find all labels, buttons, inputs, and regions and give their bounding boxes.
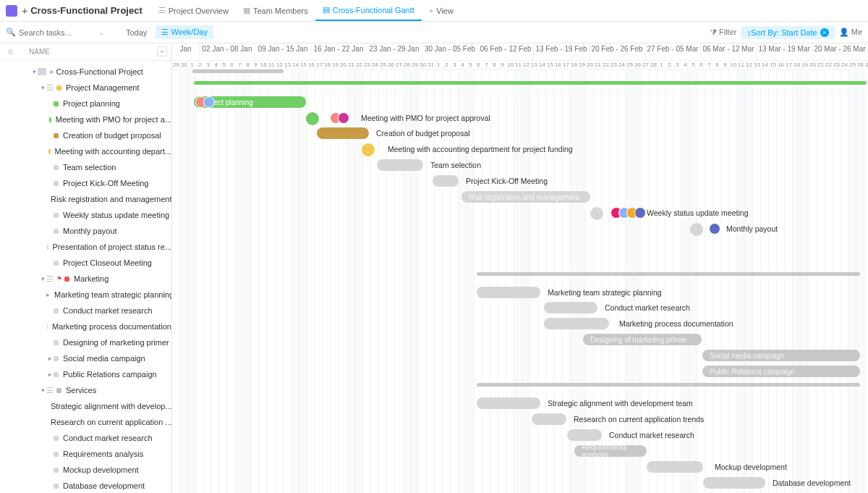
row-label: Social media campaign [63, 354, 145, 363]
scrollbar-thumb[interactable] [192, 69, 284, 73]
task-row[interactable]: Project planning [0, 96, 171, 111]
avatar-group[interactable] [330, 112, 349, 124]
avatar[interactable] [338, 112, 349, 124]
caret-icon[interactable]: ▸ [46, 291, 50, 298]
gantt-bar[interactable]: Designing of marketing primer [583, 334, 702, 345]
add-column-icon[interactable]: + [157, 46, 167, 56]
task-row[interactable]: Strategic alignment with develop... [0, 398, 171, 414]
gantt-bar[interactable] [306, 112, 319, 125]
task-row[interactable]: Meeting with accounting depart... [0, 143, 171, 159]
plus-icon[interactable]: + [49, 67, 54, 76]
avatar-group[interactable] [709, 223, 720, 235]
gantt-bar[interactable] [477, 287, 540, 298]
folder-row[interactable]: ▾+Cross-Functional Project [0, 64, 171, 80]
gantt-bar[interactable] [590, 207, 603, 220]
filter-button[interactable]: ⧩ Filter [710, 28, 737, 37]
day-header: 15 [546, 61, 554, 69]
task-row[interactable]: Research on current application ... [0, 414, 171, 430]
task-row[interactable]: Conduct market research [0, 303, 171, 319]
task-row[interactable]: Creation of budget proposal [0, 127, 171, 143]
task-row[interactable]: Monthly payout [0, 223, 171, 239]
search-wrap[interactable]: 🔍 ⌄ [6, 28, 107, 37]
caret-icon[interactable]: ▸ [46, 355, 54, 362]
bar-label: Monthly payout [726, 224, 778, 233]
task-row[interactable]: ▸Marketing team strategic planning [0, 287, 171, 303]
tab-team[interactable]: ▦Team Members [236, 0, 315, 21]
gantt-area[interactable]: Jan02 Jan - 08 Jan09 Jan - 15 Jan16 Jan … [172, 43, 868, 493]
day-header: 17 [785, 61, 793, 69]
sidebar[interactable]: ⚙ NAME + ▾+Cross-Functional Project▾☰Pro… [0, 43, 172, 493]
me-button[interactable]: 👤 Me [839, 28, 862, 37]
task-row[interactable]: ▸Public Relations campaign [0, 366, 171, 382]
summary-bar[interactable] [477, 383, 860, 387]
row-label: Marketing team strategic planning [54, 290, 171, 299]
search-input[interactable] [19, 28, 77, 37]
task-row[interactable]: Project Closeout Meeting [0, 255, 171, 271]
gantt-bar[interactable] [317, 127, 369, 139]
chevron-down-icon[interactable]: ⌄ [98, 28, 104, 36]
caret-icon[interactable]: ▾ [39, 84, 46, 91]
task-row[interactable]: Meeting with PMO for project a... [0, 111, 171, 127]
task-row[interactable]: Presentation of project status re... [0, 239, 171, 255]
row-label: Marketing process documentation [52, 322, 171, 331]
task-row[interactable]: Team selection [0, 159, 171, 175]
list-row[interactable]: ▾☰Services [0, 382, 171, 398]
tab-overview[interactable]: ☰Project Overview [151, 0, 236, 21]
project-title[interactable]: Cross-Functional Project [30, 5, 142, 16]
week-header: 20 Feb - 26 Feb [590, 43, 645, 60]
task-row[interactable]: Database development [0, 478, 171, 493]
gantt-bar[interactable] [377, 159, 423, 171]
task-row[interactable]: ▸Social media campaign [0, 350, 171, 366]
gantt-bar[interactable]: Risk registration and management [461, 191, 590, 203]
gantt-bar[interactable]: Social media campaign [702, 350, 860, 361]
summary-bar[interactable] [477, 272, 860, 276]
avatar[interactable] [634, 207, 646, 219]
day-header: 12 [745, 61, 753, 69]
task-row[interactable]: Risk registration and management [0, 191, 171, 207]
task-row[interactable]: Requirements analysis [0, 446, 171, 462]
settings-icon[interactable]: ⚙ [7, 48, 14, 56]
task-row[interactable]: Weekly status update meeting [0, 207, 171, 223]
gantt-bar[interactable] [703, 477, 765, 489]
caret-icon[interactable]: ▾ [30, 68, 38, 75]
summary-bar[interactable] [194, 81, 867, 85]
column-header-name[interactable]: ⚙ NAME + [0, 43, 171, 61]
task-row[interactable]: Project Kick-Off Meeting [0, 175, 171, 191]
gantt-bar[interactable] [544, 302, 597, 313]
sort-button[interactable]: ↕ Sort By: Start Date× [741, 26, 834, 39]
gantt-bar[interactable] [433, 175, 459, 187]
tab-add-view[interactable]: +View [422, 0, 461, 21]
tab-gantt[interactable]: ▤Cross-Functional Gantt [315, 0, 422, 21]
caret-icon[interactable]: ▸ [46, 371, 54, 378]
list-row[interactable]: ▾☰⚑Marketing [0, 271, 171, 287]
gantt-bar[interactable] [567, 429, 602, 441]
close-icon[interactable]: × [820, 28, 829, 37]
avatar-group[interactable] [610, 207, 646, 219]
gantt-bar[interactable] [362, 143, 375, 156]
week-header: 27 Feb - 05 Mar [645, 43, 701, 60]
status-icon [54, 340, 59, 345]
avatar[interactable] [203, 96, 215, 108]
gantt-bar[interactable] [544, 318, 609, 329]
day-header: 16 [554, 61, 562, 69]
today-button[interactable]: Today [122, 27, 151, 38]
plus-icon[interactable]: + [22, 5, 27, 17]
task-row[interactable]: Marketing process documentation [0, 319, 171, 334]
caret-icon[interactable]: ▾ [39, 387, 46, 394]
caret-icon[interactable]: ▾ [39, 275, 46, 282]
gantt-bar[interactable] [477, 397, 540, 409]
task-row[interactable]: Mockup development [0, 462, 171, 478]
gantt-bar[interactable] [647, 461, 703, 473]
day-header: 17 [315, 61, 323, 69]
weekday-button[interactable]: ☰ Week/Day [156, 25, 213, 39]
task-row[interactable]: Conduct market research [0, 430, 171, 446]
gantt-bar[interactable]: Requirements analysis [574, 445, 647, 457]
gantt-bar[interactable] [532, 413, 566, 425]
me-label: Me [851, 28, 862, 36]
avatar-group[interactable] [195, 96, 215, 108]
gantt-bar[interactable]: Public Relations campaign [702, 366, 860, 377]
avatar[interactable] [709, 223, 720, 235]
task-row[interactable]: Designing of marketing primer [0, 334, 171, 350]
list-row[interactable]: ▾☰Project Management [0, 80, 171, 96]
gantt-bar[interactable] [690, 223, 703, 236]
